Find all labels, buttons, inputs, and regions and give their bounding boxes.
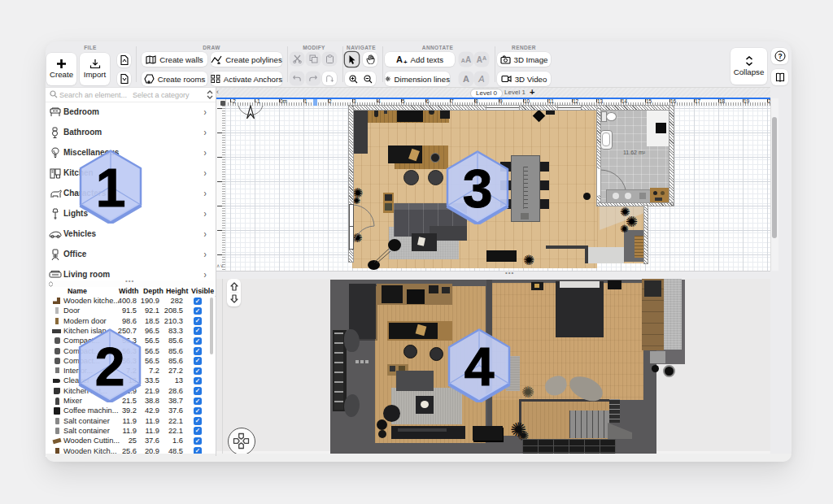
- svg-text:?: ?: [778, 52, 782, 60]
